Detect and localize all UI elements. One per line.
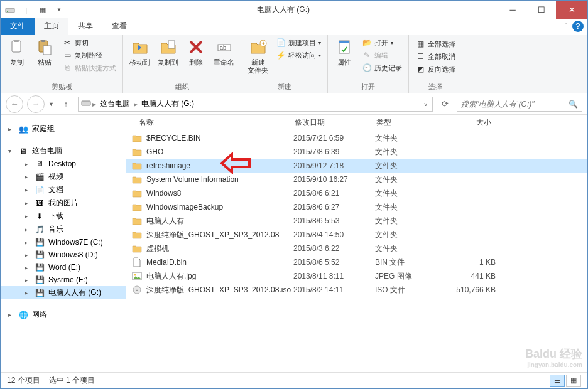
cut-button[interactable]: ✂剪切 xyxy=(60,37,119,48)
chevron-right-icon[interactable]: ▸ xyxy=(24,226,31,233)
invert-select-button[interactable]: ◩反向选择 xyxy=(413,63,458,75)
column-size[interactable]: 大小 xyxy=(434,117,497,128)
file-row[interactable]: 深度纯净版_GHOST_XP_SP3_2012.08.iso2015/8/2 1… xyxy=(126,283,587,297)
file-date: 2015/8/6 5:52 xyxy=(293,258,375,267)
file-name: $RECYCLE.BIN xyxy=(146,134,293,142)
file-row[interactable]: 深度纯净版_GHOST_XP_SP3_2012.082015/8/4 14:50… xyxy=(126,228,587,242)
tab-share[interactable]: 共享 xyxy=(68,18,102,35)
nav-item[interactable]: ▸💾Windows7E (C:) xyxy=(1,236,126,248)
file-list: 名称 修改日期 类型 大小 $RECYCLE.BIN2015/7/21 6:59… xyxy=(126,115,587,372)
file-row[interactable]: 电脑人人有2015/8/6 5:53文件夹 xyxy=(126,214,587,228)
nav-item[interactable]: ▸🖼我的图片 xyxy=(1,196,126,210)
history-button[interactable]: 🕘历史记录 xyxy=(359,62,405,73)
nav-network[interactable]: ▸🌐网络 xyxy=(1,308,126,321)
move-to-button[interactable]: 移动到 xyxy=(127,36,153,68)
nav-this-pc[interactable]: ▾🖥这台电脑 xyxy=(1,144,126,157)
minimize-ribbon-icon[interactable]: ˆ xyxy=(565,22,567,31)
open-button[interactable]: 📂打开 ▾ xyxy=(359,37,405,48)
properties-button[interactable]: 属性 xyxy=(332,36,357,68)
column-name[interactable]: 名称 xyxy=(126,117,290,128)
file-row[interactable]: MediaID.bin2015/8/6 5:52BIN 文件1 KB xyxy=(126,255,587,269)
crumb-drive[interactable]: 电脑人人有 (G:) xyxy=(139,99,197,109)
recent-dropdown-icon[interactable]: ▼ xyxy=(48,101,54,107)
delete-button[interactable]: 删除 xyxy=(183,36,209,68)
nav-item[interactable]: ▸⬇下载 xyxy=(1,210,126,223)
chevron-right-icon[interactable]: ▸ xyxy=(8,125,14,132)
column-type[interactable]: 类型 xyxy=(371,117,434,128)
paste-shortcut-button[interactable]: ⎘粘贴快捷方式 xyxy=(60,62,119,73)
view-details-button[interactable]: ☰ xyxy=(550,375,565,387)
search-icon[interactable]: 🔍 xyxy=(569,100,578,109)
select-none-button[interactable]: ☐全部取消 xyxy=(413,51,458,62)
easy-access-button[interactable]: ⚡轻松访问 ▾ xyxy=(273,50,324,61)
file-row[interactable]: Windows82015/8/6 6:21文件夹 xyxy=(126,186,587,200)
refresh-button[interactable]: ⟳ xyxy=(437,96,453,112)
breadcrumb[interactable]: ▸ 这台电脑 ▸ 电脑人人有 (G:) v xyxy=(78,97,433,112)
chevron-down-icon[interactable]: ▾ xyxy=(8,147,14,154)
chevron-right-icon[interactable]: ▸ xyxy=(92,100,96,109)
select-all-button[interactable]: ▦全部选择 xyxy=(413,38,458,50)
nav-homegroup[interactable]: ▸👥家庭组 xyxy=(1,122,126,136)
tab-file[interactable]: 文件 xyxy=(1,18,35,35)
folder-icon xyxy=(131,174,143,185)
chevron-right-icon[interactable]: ▸ xyxy=(8,311,14,318)
chevron-right-icon[interactable]: ▸ xyxy=(24,186,31,193)
nav-item[interactable]: ▸💾Sysrme (F:) xyxy=(1,274,126,286)
chevron-right-icon[interactable]: ▸ xyxy=(134,100,138,109)
file-row[interactable]: 虚拟机2015/8/3 6:22文件夹 xyxy=(126,242,587,255)
nav-item[interactable]: ▸🖥Desktop xyxy=(1,157,126,170)
view-icons-button[interactable]: ▦ xyxy=(566,375,581,387)
chevron-right-icon[interactable]: ▸ xyxy=(24,252,31,258)
maximize-button[interactable]: ☐ xyxy=(527,1,556,19)
minimize-button[interactable]: ─ xyxy=(498,1,527,19)
chevron-right-icon[interactable]: ▸ xyxy=(24,264,31,271)
back-button[interactable]: ← xyxy=(6,95,23,113)
nav-item[interactable]: ▸💾Windows8 (D:) xyxy=(1,248,126,261)
scissors-icon: ✂ xyxy=(62,38,72,48)
nav-item[interactable]: ▸🎵音乐 xyxy=(1,223,126,236)
column-date[interactable]: 修改日期 xyxy=(290,117,371,128)
file-row[interactable]: refreshimage2015/9/12 7:18文件夹 xyxy=(126,159,587,173)
chevron-right-icon[interactable]: ▸ xyxy=(24,289,31,296)
paste-button[interactable]: 粘贴 xyxy=(32,36,57,68)
chevron-right-icon[interactable]: ▸ xyxy=(24,173,31,180)
file-row[interactable]: 电脑人人有.jpg2013/8/11 8:11JPEG 图像441 KB xyxy=(126,269,587,283)
qat-dropdown-icon[interactable]: ▼ xyxy=(52,3,66,17)
copy-path-button[interactable]: ▭复制路径 xyxy=(60,50,119,61)
file-row[interactable]: GHO2015/7/8 6:39文件夹 xyxy=(126,145,587,159)
chevron-right-icon[interactable]: ▸ xyxy=(24,213,31,220)
tab-home[interactable]: 主页 xyxy=(35,18,68,35)
help-icon[interactable]: ? xyxy=(572,21,584,32)
close-button[interactable]: ✕ xyxy=(556,1,587,19)
navigation-pane[interactable]: ▸👥家庭组 ▾🖥这台电脑 ▸🖥Desktop▸🎬视频▸📄文档▸🖼我的图片▸⬇下载… xyxy=(1,115,126,372)
up-button[interactable]: ↑ xyxy=(58,96,74,112)
search-input[interactable] xyxy=(461,100,569,109)
forward-button[interactable]: → xyxy=(27,95,45,113)
address-dropdown-icon[interactable]: v xyxy=(422,101,430,107)
new-folder-button[interactable]: ✦新建 文件夹 xyxy=(245,36,271,76)
file-row[interactable]: $RECYCLE.BIN2015/7/21 6:59文件夹 xyxy=(126,131,587,145)
qat-properties-icon[interactable]: ▦ xyxy=(36,3,50,17)
chevron-right-icon[interactable]: ▸ xyxy=(24,200,31,206)
rename-button[interactable]: ab重命名 xyxy=(211,36,237,68)
tab-view[interactable]: 查看 xyxy=(102,18,136,35)
file-row[interactable]: System Volume Information2015/9/10 16:27… xyxy=(126,173,587,186)
copy-button[interactable]: 复制 xyxy=(4,36,30,68)
file-rows[interactable]: $RECYCLE.BIN2015/7/21 6:59文件夹GHO2015/7/8… xyxy=(126,131,587,372)
chevron-right-icon[interactable]: ▸ xyxy=(24,239,31,246)
file-row[interactable]: WindowsImageBackup2015/8/6 6:27文件夹 xyxy=(126,200,587,214)
crumb-this-pc[interactable]: 这台电脑 xyxy=(97,99,133,109)
nav-item[interactable]: ▸📄文档 xyxy=(1,183,126,196)
search-box[interactable]: 🔍 xyxy=(457,97,582,112)
edit-button[interactable]: ✎编辑 xyxy=(359,50,405,61)
copy-to-button[interactable]: 复制到 xyxy=(155,36,181,68)
nav-item[interactable]: ▸🎬视频 xyxy=(1,170,126,183)
chevron-right-icon[interactable]: ▸ xyxy=(24,277,31,284)
body: ▸👥家庭组 ▾🖥这台电脑 ▸🖥Desktop▸🎬视频▸📄文档▸🖼我的图片▸⬇下载… xyxy=(1,115,587,372)
new-item-icon: 📄 xyxy=(276,38,286,48)
ribbon: 复制 粘贴 ✂剪切 ▭复制路径 ⎘粘贴快捷方式 剪贴板 移动到 复制到 删除 a… xyxy=(1,35,587,93)
nav-item[interactable]: ▸💾Word (E:) xyxy=(1,261,126,274)
new-item-button[interactable]: 📄新建项目 ▾ xyxy=(273,37,324,48)
nav-item[interactable]: ▸💾电脑人人有 (G:) xyxy=(1,286,126,299)
chevron-right-icon[interactable]: ▸ xyxy=(24,161,31,168)
